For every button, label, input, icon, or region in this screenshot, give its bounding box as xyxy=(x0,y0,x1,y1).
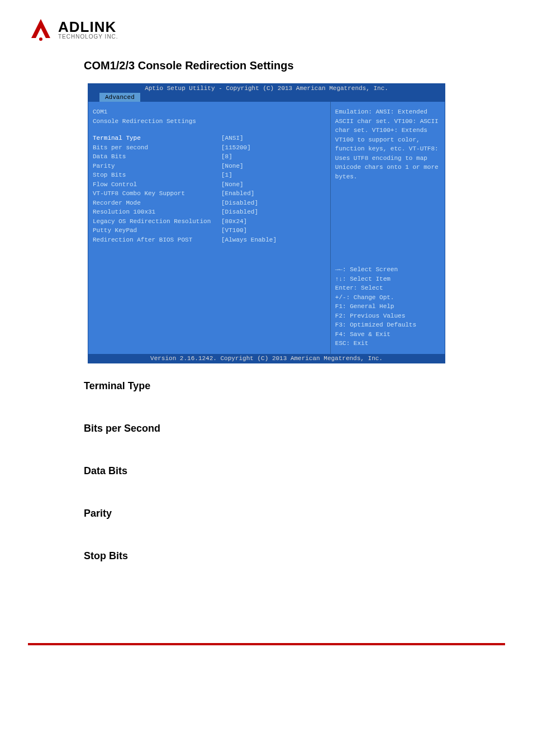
bios-help-line: VT100 to support color, xyxy=(335,135,440,145)
bios-setting-row[interactable]: VT-UTF8 Combo Key Support[Enabled] xyxy=(93,189,326,199)
bios-nav-hint: Enter: Select xyxy=(335,284,440,293)
bios-setting-label: Recorder Mode xyxy=(93,199,221,208)
bios-help-panel: Emulation: ANSI: ExtendedASCII char set.… xyxy=(331,102,445,354)
bios-title: Aptio Setup Utility - Copyright (C) 2013… xyxy=(88,84,445,93)
bios-help-line: Uses UTF8 encoding to map xyxy=(335,154,440,163)
bios-setting-row[interactable]: Legacy OS Redirection Resolution[80x24] xyxy=(93,217,326,226)
bios-setting-value: [Disabled] xyxy=(221,207,326,217)
bios-setting-row[interactable]: Parity[None] xyxy=(93,162,326,171)
logo-sub-text: TECHNOLOGY INC. xyxy=(58,34,118,40)
bios-setting-value: [80x24] xyxy=(221,217,326,226)
bios-help-line: Unicode chars onto 1 or more xyxy=(335,163,440,172)
section-heading: Stop Bits xyxy=(84,550,505,562)
section-heading: Bits per Second xyxy=(84,423,505,434)
bios-footer: Version 2.16.1242. Copyright (C) 2013 Am… xyxy=(88,354,445,363)
bios-setting-row[interactable]: Redirection After BIOS POST[Always Enabl… xyxy=(93,235,326,245)
bios-nav-hint: F1: General Help xyxy=(335,302,440,311)
bios-header-line: COM1 xyxy=(93,107,221,117)
bios-help-line: char set. VT100+: Extends xyxy=(335,126,440,135)
bios-nav-hint: F2: Previous Values xyxy=(335,311,440,321)
footer-bar xyxy=(0,643,533,645)
bios-setting-label: Legacy OS Redirection Resolution xyxy=(93,217,221,226)
logo: ADLINK TECHNOLOGY INC. xyxy=(28,17,505,42)
logo-main-text: ADLINK xyxy=(58,20,118,34)
bios-setting-value: [Always Enable] xyxy=(221,235,326,245)
bios-setting-label: Stop Bits xyxy=(93,171,221,180)
bios-setting-row[interactable]: Flow Control[None] xyxy=(93,180,326,190)
bios-nav-hint: ↑↓: Select Item xyxy=(335,275,440,284)
bios-tab-row: Advanced xyxy=(88,93,445,102)
bios-help-line: ASCII char set. VT100: ASCII xyxy=(335,117,440,126)
bios-nav-hint: ESC: Exit xyxy=(335,339,440,348)
bios-setting-value: [None] xyxy=(221,162,326,171)
bios-setting-value: [8] xyxy=(221,152,326,162)
bios-nav-hint: +/-: Change Opt. xyxy=(335,293,440,303)
bios-setting-value: [None] xyxy=(221,180,326,190)
bios-setting-label: Putty KeyPad xyxy=(93,226,221,235)
bios-setting-label: Flow Control xyxy=(93,180,221,190)
bios-help-line: Emulation: ANSI: Extended xyxy=(335,107,440,117)
bios-header-line: Console Redirection Settings xyxy=(93,117,221,126)
section-heading: Terminal Type xyxy=(84,380,505,392)
svg-point-0 xyxy=(39,37,42,41)
bios-setting-row[interactable]: Data Bits[8] xyxy=(93,152,326,162)
bios-setting-value: [Disabled] xyxy=(221,199,326,208)
bios-setting-row[interactable]: Putty KeyPad[VT100] xyxy=(93,226,326,235)
bios-setting-label: VT-UTF8 Combo Key Support xyxy=(93,189,221,199)
adlink-logo-icon xyxy=(28,17,54,42)
bios-setting-label: Data Bits xyxy=(93,152,221,162)
bios-nav-hint: F3: Optimized Defaults xyxy=(335,320,440,330)
bios-setting-label: Bits per second xyxy=(93,143,221,153)
bios-nav-hint: F4: Save & Exit xyxy=(335,330,440,339)
bios-setting-label: Redirection After BIOS POST xyxy=(93,235,221,245)
bios-setting-label: Parity xyxy=(93,162,221,171)
bios-help-line: function keys, etc. VT-UTF8: xyxy=(335,144,440,154)
bios-setting-label: Terminal Type xyxy=(93,134,221,143)
bios-setting-row[interactable]: Stop Bits[1] xyxy=(93,171,326,180)
section-heading: Parity xyxy=(84,508,505,519)
bios-help-line: bytes. xyxy=(335,172,440,182)
bios-setting-value: [VT100] xyxy=(221,226,326,235)
bios-setting-row[interactable]: Bits per second[115200] xyxy=(93,143,326,153)
bios-nav-hint: →←: Select Screen xyxy=(335,265,440,275)
bios-setting-value: [115200] xyxy=(221,143,326,153)
bios-setting-label: Resolution 100x31 xyxy=(93,207,221,217)
bios-setting-value: [1] xyxy=(221,171,326,180)
page-title: COM1/2/3 Console Redirection Settings xyxy=(84,59,505,72)
bios-setting-value: [ANSI] xyxy=(221,134,326,143)
bios-screenshot: Aptio Setup Utility - Copyright (C) 2013… xyxy=(88,83,445,363)
bios-main-panel: COM1 Console Redirection Settings Termin… xyxy=(88,102,331,354)
bios-setting-row[interactable]: Recorder Mode[Disabled] xyxy=(93,199,326,208)
bios-setting-row[interactable]: Resolution 100x31[Disabled] xyxy=(93,207,326,217)
section-heading: Data Bits xyxy=(84,465,505,477)
bios-setting-value: [Enabled] xyxy=(221,189,326,199)
bios-setting-row[interactable]: Terminal Type[ANSI] xyxy=(93,134,326,143)
bios-tab-advanced[interactable]: Advanced xyxy=(99,93,140,102)
